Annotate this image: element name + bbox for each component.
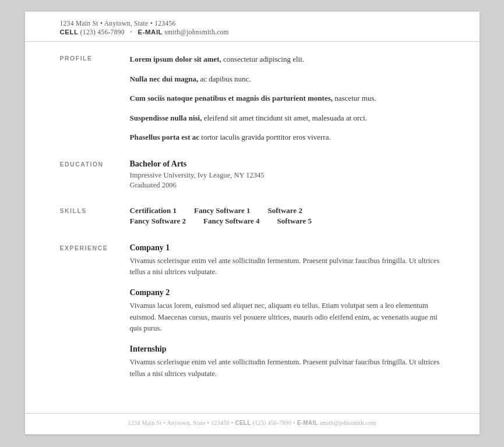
profile-normal-1: consectetur adipiscing elit. [221, 55, 304, 63]
header: 1234 Main St • Anytown, State • 123456 C… [25, 12, 480, 42]
footer-address: 1234 Main St • Anytown, State • 123456 [128, 420, 230, 426]
skill-certification1: Certification 1 [130, 206, 177, 215]
profile-line-1: Lorem ipsum dolor sit amet, consectetur … [130, 54, 445, 65]
skills-row-1: Certification 1 Fancy Software 1 Softwar… [130, 206, 445, 215]
skills-section: SKILLS Certification 1 Fancy Software 1 … [60, 206, 445, 227]
profile-bold-1: Lorem ipsum dolor sit amet, [130, 55, 221, 63]
footer-email-label: E-MAIL [297, 420, 318, 426]
skills-body: Certification 1 Fancy Software 1 Softwar… [130, 206, 445, 227]
profile-line-4: Suspendisse nulla nisi, eleifend sit ame… [130, 112, 445, 124]
profile-bold-5: Phasellus porta est ac [130, 133, 200, 141]
company-1-desc: Vivamus scelerisque enim vel ante sollic… [130, 256, 445, 278]
footer-cell-label: CELL [235, 420, 251, 426]
experience-block-3: Internship Vivamus scelerisque enim vel … [130, 345, 445, 379]
education-section: EDUCATION Bachelor of Arts Impressive Un… [60, 159, 445, 190]
experience-body: Company 1 Vivamus scelerisque enim vel a… [130, 243, 445, 380]
cell-value: (123) 456-7890 [80, 29, 125, 36]
profile-line-2: Nulla nec dui magna, ac dapibus nunc. [130, 73, 445, 85]
profile-line-3: Cum sociis natoque penatibus et magnis d… [130, 93, 445, 104]
email-label: E-MAIL [138, 29, 163, 36]
cell-label: CELL [60, 29, 79, 36]
skill-software5: Software 5 [277, 217, 312, 226]
skill-fancy-software2: Fancy Software 2 [130, 217, 186, 226]
profile-bold-2: Nulla nec dui magna, [130, 74, 199, 83]
skill-fancy-software1: Fancy Software 1 [194, 206, 251, 215]
header-address: 1234 Main St • Anytown, State • 123456 [60, 20, 445, 27]
resume-page: 1234 Main St • Anytown, State • 123456 C… [25, 12, 480, 434]
experience-label: EXPERIENCE [60, 243, 130, 380]
company-1-name: Company 1 [130, 243, 445, 253]
footer: 1234 Main St • Anytown, State • 123456 •… [25, 413, 480, 434]
profile-label: PROFILE [60, 54, 130, 143]
profile-body: Lorem ipsum dolor sit amet, consectetur … [130, 54, 445, 143]
education-label: EDUCATION [60, 159, 130, 190]
internship-desc: Vivamus scelerisque enim vel ante sollic… [130, 357, 445, 379]
experience-block-2: Company 2 Vivamus lacus lorem, euismod s… [130, 288, 445, 334]
education-body: Bachelor of Arts Impressive University, … [130, 159, 445, 190]
skills-row-2: Fancy Software 2 Fancy Software 4 Softwa… [130, 217, 445, 226]
skills-label: SKILLS [60, 206, 130, 227]
separator: • [130, 29, 135, 36]
profile-line-5: Phasellus porta est ac tortor iaculis gr… [130, 132, 445, 143]
profile-bold-3: Cum sociis natoque penatibus et magnis d… [130, 94, 333, 102]
email-value: smith@johnsmith.com [164, 29, 229, 36]
internship-name: Internship [130, 345, 445, 354]
profile-section: PROFILE Lorem ipsum dolor sit amet, cons… [60, 54, 445, 143]
header-contact: CELL (123) 456-7890 • E-MAIL smith@johns… [60, 29, 445, 36]
profile-bold-4: Suspendisse nulla nisi, [130, 113, 202, 122]
profile-normal-5: tortor iaculis gravida porttitor eros vi… [199, 133, 331, 141]
education-university: Impressive University, Ivy League, NY 12… [130, 171, 445, 180]
footer-email-value: smith@johnsmith.com [320, 420, 376, 426]
content: PROFILE Lorem ipsum dolor sit amet, cons… [25, 42, 480, 413]
skill-software2: Software 2 [268, 206, 302, 215]
experience-block-1: Company 1 Vivamus scelerisque enim vel a… [130, 243, 445, 278]
company-2-name: Company 2 [130, 288, 445, 297]
education-degree: Bachelor of Arts [130, 159, 445, 169]
profile-normal-3: nascetur mus. [333, 94, 376, 102]
experience-section: EXPERIENCE Company 1 Vivamus scelerisque… [60, 243, 445, 380]
profile-normal-2: ac dapibus nunc. [198, 74, 251, 83]
education-graduated: Graduated 2006 [130, 181, 445, 190]
footer-cell-value: (123) 456-7890 [253, 420, 292, 426]
skill-fancy-software4: Fancy Software 4 [203, 217, 260, 226]
footer-text: 1234 Main St • Anytown, State • 123456 •… [60, 420, 445, 426]
company-2-desc: Vivamus lacus lorem, euismod sed aliquet… [130, 300, 445, 334]
profile-normal-4: eleifend sit amet tincidunt sit amet, ma… [202, 113, 366, 122]
